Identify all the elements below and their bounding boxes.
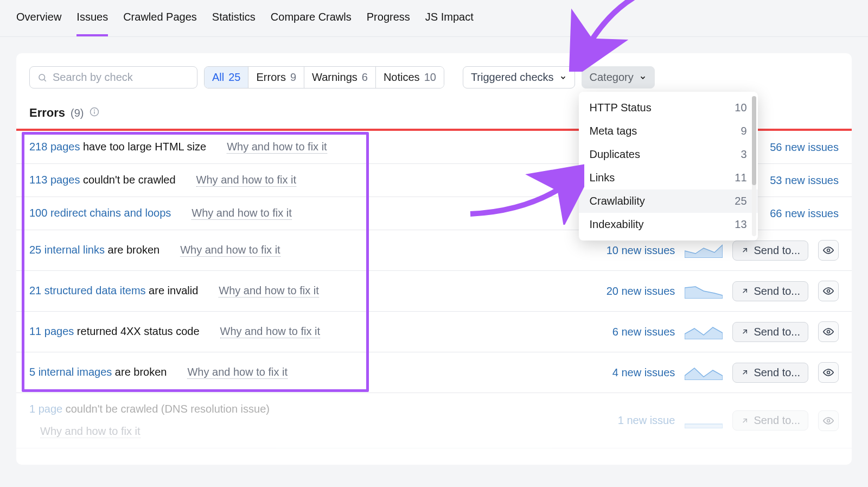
new-issues-link[interactable]: 53 new issues <box>746 174 839 187</box>
category-option-count: 25 <box>735 195 746 207</box>
info-icon[interactable] <box>90 107 99 119</box>
tab-compare-crawls[interactable]: Compare Crawls <box>271 11 352 36</box>
category-option-links[interactable]: Links11 <box>579 166 758 189</box>
view-button[interactable] <box>818 321 839 342</box>
why-and-how-link[interactable]: Why and how to fix it <box>192 207 292 220</box>
issue-text: couldn't be crawled (DNS resolution issu… <box>62 403 270 415</box>
category-option-meta-tags[interactable]: Meta tags9 <box>579 119 758 143</box>
category-option-count: 13 <box>735 218 746 231</box>
main-tabs: OverviewIssuesCrawled PagesStatisticsCom… <box>0 0 868 37</box>
issue-description: 1 page couldn't be crawled (DNS resoluti… <box>29 403 355 438</box>
view-button[interactable] <box>818 362 839 383</box>
eye-icon <box>823 326 834 337</box>
issue-text: are broken <box>112 366 167 378</box>
tab-progress[interactable]: Progress <box>367 11 410 36</box>
category-option-count: 11 <box>735 172 746 184</box>
issue-link[interactable]: 25 internal links <box>29 244 105 256</box>
scrollbar-thumb[interactable] <box>752 96 756 185</box>
category-option-count: 10 <box>735 102 746 114</box>
why-and-how-link[interactable]: Why and how to fix it <box>187 366 288 379</box>
svg-point-4 <box>94 110 94 110</box>
send-to-button[interactable]: Send to... <box>732 363 808 383</box>
category-option-label: HTTP Status <box>590 102 652 114</box>
why-and-how-link[interactable]: Why and how to fix it <box>220 325 321 338</box>
category-dropdown-button[interactable]: Category <box>582 66 655 88</box>
svg-point-7 <box>827 331 830 333</box>
share-icon <box>741 327 749 336</box>
new-issues-link[interactable]: 66 new issues <box>746 207 839 220</box>
tab-js-impact[interactable]: JS Impact <box>425 11 474 36</box>
tab-statistics[interactable]: Statistics <box>212 11 256 36</box>
share-icon <box>741 246 749 255</box>
filter-all[interactable]: All 25 <box>205 67 248 88</box>
tab-overview[interactable]: Overview <box>16 11 61 36</box>
sparkline <box>685 365 723 380</box>
issue-link[interactable]: 100 redirect chains and loops <box>29 207 171 219</box>
send-to-button[interactable]: Send to... <box>732 410 808 431</box>
issue-description: 5 internal images are brokenWhy and how … <box>29 366 355 379</box>
send-to-button[interactable]: Send to... <box>732 241 808 261</box>
send-to-button[interactable]: Send to... <box>732 281 808 301</box>
issue-link[interactable]: 21 structured data items <box>29 284 146 296</box>
filter-errors[interactable]: Errors 9 <box>248 67 304 88</box>
why-and-how-link[interactable]: Why and how to fix it <box>180 244 280 257</box>
issue-description: 21 structured data items are invalidWhy … <box>29 284 355 298</box>
search-icon <box>37 73 47 83</box>
filter-notices[interactable]: Notices 10 <box>376 67 444 88</box>
svg-line-1 <box>44 79 46 81</box>
issue-row: 21 structured data items are invalidWhy … <box>16 271 852 312</box>
new-issues-link[interactable]: 4 new issues <box>583 366 675 379</box>
category-option-label: Meta tags <box>590 125 637 137</box>
why-and-how-link[interactable]: Why and how to fix it <box>219 284 319 298</box>
send-to-button[interactable]: Send to... <box>732 322 808 342</box>
why-and-how-link[interactable]: Why and how to fix it <box>40 425 141 438</box>
search-input[interactable]: Search by check <box>29 66 197 88</box>
category-option-http-status[interactable]: HTTP Status10 <box>579 96 758 119</box>
sparkline <box>685 283 723 299</box>
view-button[interactable] <box>818 240 839 261</box>
section-title: Errors <box>29 106 65 120</box>
send-to-label: Send to... <box>754 326 800 338</box>
new-issues-link[interactable]: 56 new issues <box>746 141 839 154</box>
issue-link[interactable]: 1 page <box>29 403 62 415</box>
issue-link[interactable]: 218 pages <box>29 141 80 153</box>
category-option-crawlability[interactable]: Crawlability25 <box>579 189 758 213</box>
issue-description: 113 pages couldn't be crawledWhy and how… <box>29 174 355 187</box>
filter-label: Warnings <box>312 71 358 84</box>
eye-icon <box>823 245 834 256</box>
send-to-label: Send to... <box>754 414 800 427</box>
chevron-down-icon <box>639 74 647 81</box>
issue-text: are broken <box>105 244 159 256</box>
view-button[interactable] <box>818 281 839 301</box>
send-to-label: Send to... <box>754 366 800 379</box>
svg-point-0 <box>39 74 45 80</box>
category-label: Category <box>590 71 634 84</box>
share-icon <box>741 416 749 425</box>
tab-crawled-pages[interactable]: Crawled Pages <box>123 11 197 36</box>
category-option-duplicates[interactable]: Duplicates3 <box>579 143 758 166</box>
issue-link[interactable]: 113 pages <box>29 174 80 186</box>
filter-label: Notices <box>384 71 420 84</box>
category-option-label: Crawlability <box>590 195 645 207</box>
new-issues-link[interactable]: 6 new issues <box>583 326 675 338</box>
new-issues-link[interactable]: 1 new issue <box>583 414 675 427</box>
issue-link[interactable]: 11 pages <box>29 325 74 337</box>
filter-count: 10 <box>424 71 436 84</box>
category-option-indexability[interactable]: Indexability13 <box>579 213 758 236</box>
issue-row: 5 internal images are brokenWhy and how … <box>16 352 852 393</box>
send-to-label: Send to... <box>754 244 800 257</box>
category-option-count: 9 <box>741 125 746 137</box>
filter-warnings[interactable]: Warnings 6 <box>304 67 376 88</box>
send-to-label: Send to... <box>754 285 800 298</box>
issue-text: couldn't be crawled <box>80 174 175 186</box>
triggered-checks-dropdown[interactable]: Triggered checks <box>463 66 575 88</box>
issue-link[interactable]: 5 internal images <box>29 366 112 378</box>
new-issues-link[interactable]: 10 new issues <box>583 244 675 257</box>
tab-issues[interactable]: Issues <box>76 11 108 36</box>
view-button[interactable] <box>818 410 839 431</box>
svg-point-5 <box>827 249 830 252</box>
why-and-how-link[interactable]: Why and how to fix it <box>196 174 297 187</box>
svg-point-6 <box>827 290 830 293</box>
new-issues-link[interactable]: 20 new issues <box>583 285 675 298</box>
why-and-how-link[interactable]: Why and how to fix it <box>227 141 327 154</box>
